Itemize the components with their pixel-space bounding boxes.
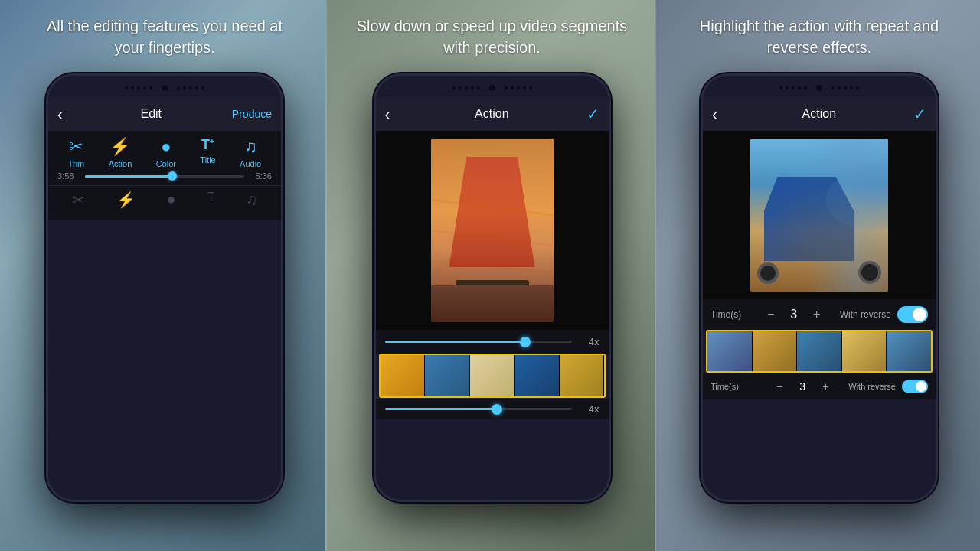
reverse-label: With reverse [840, 309, 891, 320]
skate-scene [431, 139, 554, 322]
time-end: 5:36 [250, 171, 272, 181]
caption-right: Highlight the action with repeat and rev… [655, 0, 980, 66]
toolbar-action[interactable]: ⚡ Action [109, 137, 132, 168]
toggle-knob [913, 308, 926, 321]
speed-control: 4x [376, 330, 609, 354]
camera-dot-right [816, 85, 822, 91]
camera-dot-left [162, 85, 168, 91]
time-control-top: Time(s) − 3 + With reverse [703, 299, 936, 330]
time-start: 3:58 [57, 171, 79, 181]
film-frame-4 [514, 355, 559, 396]
panel-right: Highlight the action with repeat and rev… [655, 0, 980, 551]
speed-track[interactable] [385, 341, 572, 343]
trim-icon: ✂ [69, 137, 83, 157]
film-frame-2 [425, 355, 469, 396]
speaker-dot [195, 86, 198, 90]
film-frame-1 [381, 355, 425, 396]
check-button-mid[interactable]: ✓ [586, 105, 599, 123]
phone-left: ‹ Edit Produce [46, 73, 283, 502]
speed-thumb[interactable] [520, 337, 531, 347]
app-header-mid: ‹ Action ✓ [376, 97, 609, 131]
time-minus-bottom[interactable]: − [770, 377, 789, 396]
toolbar-title[interactable]: T+ Title [200, 137, 215, 168]
motion-blur-svg [431, 139, 554, 322]
caption-mid: Slow down or speed up video segments wit… [325, 0, 658, 66]
phone-top-bar-left [48, 76, 281, 97]
speaker-dot [786, 86, 789, 90]
toolbar-trim[interactable]: ✂ Trim [68, 137, 85, 168]
timeline-bar: 3:58 5:36 [48, 168, 281, 185]
produce-button[interactable]: Produce [232, 108, 272, 120]
check-button-right[interactable]: ✓ [913, 105, 926, 123]
film-strip-mid [379, 354, 606, 398]
film-frame-3 [470, 355, 514, 396]
speaker-dot [529, 86, 532, 90]
speaker-dot [798, 86, 801, 90]
bottom-icons-row: ✂ ⚡ ● T ♫ [48, 185, 281, 215]
toolbar-items: ✂ Trim ⚡ Action ● Color T+ Title [48, 137, 281, 168]
action-video-mid [376, 131, 609, 330]
film-frame-r1 [707, 331, 752, 371]
timeline-thumb[interactable] [168, 171, 177, 181]
speed-fill-bottom [385, 408, 497, 410]
reverse-toggle[interactable] [897, 306, 928, 323]
toolbar-bottom: ✂ Trim ⚡ Action ● Color T+ Title [48, 131, 281, 220]
speaker-dot [804, 86, 807, 90]
speaker-dots-left2 [177, 86, 204, 90]
speaker-dot [465, 86, 468, 90]
speaker-dot [471, 86, 474, 90]
color-label: Color [156, 159, 176, 168]
action-icon: ⚡ [109, 137, 130, 157]
speed-control-bottom: 4x [376, 398, 609, 419]
speed-thumb-bottom[interactable] [492, 404, 502, 415]
speaker-dot [779, 86, 782, 90]
speaker-dot [511, 86, 514, 90]
bottom-trim-icon: ✂ [72, 191, 85, 209]
back-button-mid[interactable]: ‹ [385, 106, 390, 123]
action-video-right [703, 131, 936, 299]
speaker-dots-mid [452, 86, 480, 90]
timeline-track[interactable] [85, 175, 244, 178]
film-frame-r2 [753, 331, 797, 371]
speaker-dot [792, 86, 795, 90]
trim-label: Trim [68, 159, 85, 168]
back-button-left[interactable]: ‹ [57, 106, 63, 123]
speaker-dot [517, 86, 520, 90]
speaker-dots-right [779, 86, 807, 90]
back-button-right[interactable]: ‹ [712, 106, 717, 123]
timeline-fill [85, 175, 172, 178]
speaker-dot [149, 86, 152, 90]
speaker-dot [143, 86, 146, 90]
time-minus-btn[interactable]: − [762, 305, 780, 324]
speaker-dot [131, 86, 134, 90]
audio-icon: ♫ [244, 137, 257, 157]
speaker-dot [201, 86, 204, 90]
speaker-dot [452, 86, 456, 90]
speaker-dots-mid2 [505, 86, 532, 90]
toolbar-color[interactable]: ● Color [156, 137, 176, 168]
camera-dot-mid [489, 85, 495, 91]
bottom-audio-icon: ♫ [246, 191, 257, 209]
time-plus-btn[interactable]: + [808, 305, 826, 324]
time-label-bottom: Time(s) [710, 382, 764, 391]
time-control-bottom: Time(s) − 3 + With reverse [703, 373, 936, 399]
speaker-dot [505, 86, 508, 90]
phone-top-bar-mid [376, 76, 609, 97]
speaker-dot [459, 86, 462, 90]
svg-line-9 [431, 230, 554, 246]
svg-line-8 [431, 200, 554, 215]
phone-right: ‹ Action ✓ Ti [701, 73, 938, 502]
color-icon: ● [161, 137, 171, 157]
time-plus-bottom[interactable]: + [816, 377, 835, 396]
speaker-dots-right2 [831, 86, 859, 90]
reverse-toggle-bottom[interactable] [902, 380, 928, 393]
toolbar-audio[interactable]: ♫ Audio [240, 137, 261, 168]
film-frame-r4 [842, 331, 887, 371]
speed-track-bottom[interactable] [385, 408, 572, 410]
title-label: Title [200, 155, 215, 165]
speaker-dot [177, 86, 180, 90]
bottom-action-icon: ⚡ [116, 191, 136, 209]
bottom-title-icon: T [207, 191, 215, 209]
dust-svg [805, 139, 888, 292]
speaker-dot [183, 86, 186, 90]
